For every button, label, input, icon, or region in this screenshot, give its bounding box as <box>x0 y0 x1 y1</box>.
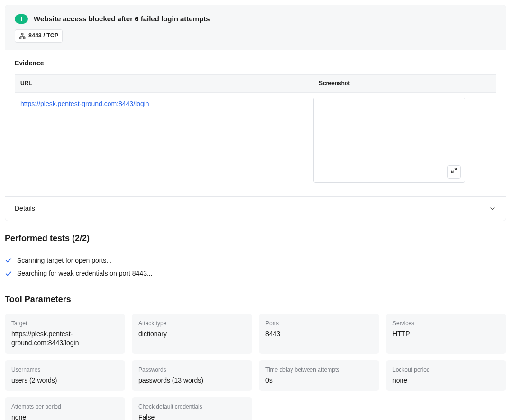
column-header-screenshot: Screenshot <box>313 75 496 92</box>
param-lockout-period: Lockout period none <box>386 360 506 391</box>
param-label: Passwords <box>138 366 246 374</box>
param-label: Ports <box>265 320 373 328</box>
evidence-table-header: URL Screenshot <box>15 74 496 93</box>
expand-screenshot-button[interactable] <box>447 165 461 179</box>
param-time-delay: Time delay between attempts 0s <box>259 360 379 391</box>
param-passwords: Passwords passwords (13 words) <box>132 360 252 391</box>
param-ports: Ports 8443 <box>259 314 379 354</box>
param-label: Attempts per period <box>11 403 119 411</box>
param-label: Target <box>11 320 119 328</box>
screenshot-thumbnail[interactable] <box>313 98 465 183</box>
port-chip-label: 8443 / TCP <box>28 32 58 40</box>
test-item: Searching for weak credentials on port 8… <box>5 267 506 280</box>
check-icon <box>5 270 12 277</box>
param-value: none <box>392 376 500 385</box>
param-value: dictionary <box>138 330 246 339</box>
details-label: Details <box>15 204 35 214</box>
finding-title-row: Website access blocked after 6 failed lo… <box>15 14 496 24</box>
test-item-label: Searching for weak credentials on port 8… <box>17 269 153 278</box>
network-icon <box>19 33 26 39</box>
info-badge-icon <box>15 14 28 24</box>
chevron-down-icon <box>489 205 496 213</box>
column-header-url: URL <box>15 75 313 92</box>
evidence-section: Evidence URL Screenshot https://plesk.pe… <box>5 50 506 196</box>
param-services: Services HTTP <box>386 314 506 354</box>
test-item-label: Scanning target for open ports... <box>17 256 112 266</box>
param-value: False <box>138 413 246 420</box>
evidence-url-link[interactable]: https://plesk.pentest-ground.com:8443/lo… <box>20 100 149 107</box>
details-toggle[interactable]: Details <box>5 196 506 221</box>
evidence-row: https://plesk.pentest-ground.com:8443/lo… <box>15 93 496 191</box>
param-value: none <box>11 413 119 420</box>
param-target: Target https://plesk.pentest-ground.com:… <box>5 314 125 354</box>
finding-card: Website access blocked after 6 failed lo… <box>5 5 506 221</box>
param-value: 0s <box>265 376 373 385</box>
param-label: Lockout period <box>392 366 500 374</box>
param-value: users (2 words) <box>11 376 119 385</box>
finding-header: Website access blocked after 6 failed lo… <box>5 5 506 50</box>
finding-title: Website access blocked after 6 failed lo… <box>34 14 210 24</box>
evidence-table: URL Screenshot https://plesk.pentest-gro… <box>15 74 496 191</box>
param-usernames: Usernames users (2 words) <box>5 360 125 391</box>
performed-tests-heading: Performed tests (2/2) <box>5 232 506 244</box>
param-check-default-credentials: Check default credentials False <box>132 397 252 420</box>
param-attempts-per-period: Attempts per period none <box>5 397 125 420</box>
performed-tests-list: Scanning target for open ports... Search… <box>5 254 506 280</box>
param-value: passwords (13 words) <box>138 376 246 385</box>
param-label: Check default credentials <box>138 403 246 411</box>
param-attack-type: Attack type dictionary <box>132 314 252 354</box>
param-value: https://plesk.pentest-ground.com:8443/lo… <box>11 330 119 348</box>
test-item: Scanning target for open ports... <box>5 254 506 268</box>
param-label: Time delay between attempts <box>265 366 373 374</box>
param-value: HTTP <box>392 330 500 339</box>
param-label: Attack type <box>138 320 246 328</box>
param-label: Usernames <box>11 366 119 374</box>
evidence-heading: Evidence <box>15 59 496 68</box>
param-label: Services <box>392 320 500 328</box>
tool-parameters-grid: Target https://plesk.pentest-ground.com:… <box>5 314 506 420</box>
check-icon <box>5 257 12 264</box>
port-chip: 8443 / TCP <box>15 29 63 43</box>
tool-parameters-heading: Tool Parameters <box>5 294 506 305</box>
param-value: 8443 <box>265 330 373 339</box>
expand-icon <box>451 167 457 177</box>
